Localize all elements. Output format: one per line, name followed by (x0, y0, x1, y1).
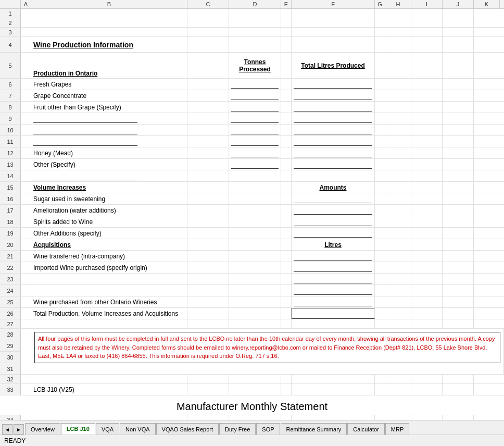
tab-remittance-summary[interactable]: Remittance Summary (281, 423, 347, 435)
wine-transferred-label: Wine transferred (intra-company) (31, 251, 187, 262)
tab-mrp[interactable]: MRP (385, 423, 409, 435)
table-row: 33 LCB J10 (V25) (0, 384, 504, 395)
table-row: 1 (0, 9, 504, 18)
acquisitions-label: Acquisitions (31, 239, 187, 250)
tonnes-processed-label: Tonnes Processed (229, 53, 281, 78)
tab-vqa[interactable]: VQA (96, 423, 119, 435)
fresh-grapes-label: Fresh Grapes (31, 79, 187, 90)
other-specify-label: Other (Specify) (31, 159, 187, 170)
table-row: 21 Wine transferred (intra-company) (0, 251, 504, 262)
table-row: 9 (0, 113, 504, 125)
col-header-d: D (229, 0, 281, 8)
tab-duty-free[interactable]: Duty Free (219, 423, 256, 435)
table-row: 6 Fresh Grapes (0, 79, 504, 90)
table-row: 15 Volume Increases Amounts (0, 182, 504, 193)
table-row: 32 (0, 375, 504, 384)
spirits-added-label: Spirits added to Wine (31, 216, 187, 227)
notice-row: 28 29 30 31 All four pages of this form … (0, 329, 504, 375)
notice-text: All four pages of this form must be comp… (34, 332, 500, 363)
manufacturer-monthly-title: Manufacturer Monthly Statement (177, 401, 327, 412)
table-row: 24 (0, 285, 504, 296)
table-row: 34 (0, 415, 504, 420)
wine-other-wineries-label: Wine purchased from other Ontario Wineri… (31, 296, 187, 307)
table-row: 19 Other Additions (specify) (0, 228, 504, 239)
spreadsheet: A B C D E F G H I J K 1 2 (0, 0, 504, 420)
col-header-a: A (21, 0, 31, 8)
col-header-e: E (281, 0, 292, 8)
table-row: 11 (0, 136, 504, 147)
table-row: 10 (0, 125, 504, 136)
total-litres-label: Total Litres Produced (292, 53, 375, 78)
col-header-g: G (375, 0, 385, 8)
table-row: 23 (0, 274, 504, 285)
table-row: 17 Amelioration (water additions) (0, 205, 504, 216)
col-header-c: C (187, 0, 229, 8)
tab-lcb-j10[interactable]: LCB J10 (61, 423, 95, 435)
col-header-b: B (31, 0, 187, 8)
imported-wine-label: Imported Wine purchased (specify origin) (31, 262, 187, 273)
table-row: 5 Production in Ontario Tonnes Processed… (0, 53, 504, 79)
table-row: 3 (0, 28, 504, 37)
col-header-h: H (385, 0, 411, 8)
table-row: 13 Other (Specify) (0, 159, 504, 170)
table-row: 20 Acquisitions Litres (0, 239, 504, 251)
production-ontario-label: Production in Ontario (31, 53, 187, 78)
status-text: READY (4, 437, 26, 444)
col-header-j: J (443, 0, 474, 8)
manufacturer-title-row: Manufacturer Monthly Statement (0, 395, 504, 415)
amelioration-label: Amelioration (water additions) (31, 205, 187, 216)
sugar-sweetening-label: Sugar used in sweetening (31, 193, 187, 204)
tab-non-vqa[interactable]: Non VQA (120, 423, 155, 435)
table-row: 14 (0, 170, 504, 182)
grape-concentrate-label: Grape Concentrate (31, 90, 187, 101)
table-row: 26 Total Production, Volume Increases an… (0, 308, 504, 319)
status-bar: READY (0, 435, 504, 446)
table-row: 2 (0, 18, 504, 28)
tab-sop[interactable]: SOP (256, 423, 280, 435)
row-num-header (0, 0, 21, 8)
tab-vqao-sales-report[interactable]: VQAO Sales Report (156, 423, 219, 435)
volume-increases-label: Volume Increases (31, 182, 187, 193)
form-code-label: LCB J10 (V25) (31, 384, 187, 395)
rows-container: 1 2 3 4 Wine Production Informati (0, 9, 504, 420)
tab-prev-button[interactable]: ◄ (2, 424, 12, 435)
total-production-value[interactable] (292, 308, 375, 319)
table-row: 16 Sugar used in sweetening (0, 193, 504, 205)
honey-mead-label: Honey (Mead) (31, 147, 187, 158)
amounts-label: Amounts (292, 182, 375, 193)
table-row: 25 Wine purchased from other Ontario Win… (0, 296, 504, 308)
total-production-label: Total Production, Volume Increases and A… (31, 308, 187, 319)
table-row: 8 Fruit other than Grape (Specify) (0, 102, 504, 113)
table-row: 7 Grape Concentrate (0, 90, 504, 102)
fruit-other-label: Fruit other than Grape (Specify) (31, 102, 187, 113)
page-title: Wine Production Information (33, 41, 133, 49)
table-row: 12 Honey (Mead) (0, 147, 504, 159)
col-header-k: K (474, 0, 500, 8)
other-additions-label: Other Additions (specify) (31, 228, 187, 239)
col-header-i: I (411, 0, 443, 8)
table-row: 22 Imported Wine purchased (specify orig… (0, 262, 504, 274)
litres-label: Litres (292, 239, 375, 250)
table-row: 18 Spirits added to Wine (0, 216, 504, 228)
table-row: 27 (0, 319, 504, 329)
tabs-bar: ◄ ► Overview LCB J10 VQA Non VQA VQAO Sa… (0, 420, 504, 435)
col-header-f: F (292, 0, 375, 8)
tab-overview[interactable]: Overview (25, 423, 60, 435)
table-row: 4 Wine Production Information (0, 37, 504, 53)
tab-calculator[interactable]: Calculator (347, 423, 385, 435)
tab-next-button[interactable]: ► (14, 424, 24, 435)
column-headers: A B C D E F G H I J K (0, 0, 504, 9)
